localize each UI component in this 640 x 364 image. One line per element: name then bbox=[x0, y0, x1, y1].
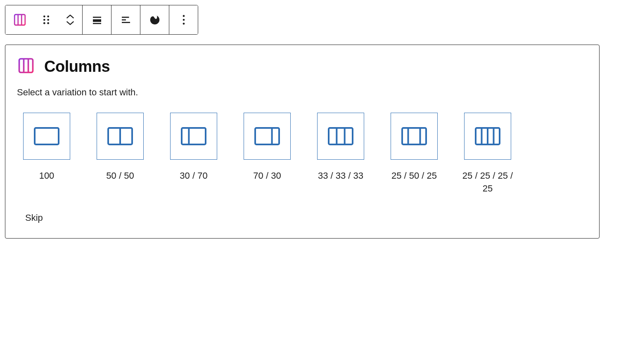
variation-icon bbox=[244, 113, 291, 160]
variation-list: 10050 / 5030 / 7070 / 3033 / 33 / 3325 /… bbox=[17, 113, 588, 195]
svg-rect-29 bbox=[329, 128, 353, 144]
style-icon bbox=[149, 14, 161, 26]
svg-rect-0 bbox=[14, 14, 25, 25]
justify-button[interactable] bbox=[111, 5, 140, 34]
variation-label: 70 / 30 bbox=[253, 170, 281, 182]
variation-icon bbox=[97, 113, 144, 160]
block-toolbar bbox=[5, 5, 198, 35]
svg-point-18 bbox=[183, 23, 185, 25]
variation-label: 100 bbox=[39, 170, 55, 182]
variation-label: 33 / 33 / 33 bbox=[318, 170, 363, 182]
svg-rect-10 bbox=[93, 19, 101, 22]
svg-rect-25 bbox=[182, 128, 206, 144]
columns-placeholder-panel: Columns Select a variation to start with… bbox=[5, 45, 600, 239]
variation-option[interactable]: 25 / 25 / 25 / 25 bbox=[458, 113, 517, 195]
columns-icon bbox=[17, 57, 35, 76]
columns-icon bbox=[13, 13, 27, 27]
svg-rect-22 bbox=[35, 128, 59, 144]
svg-point-3 bbox=[43, 16, 45, 18]
svg-point-16 bbox=[183, 15, 185, 17]
variation-label: 25 / 50 / 25 bbox=[391, 170, 437, 182]
svg-rect-32 bbox=[402, 128, 426, 144]
variation-icon bbox=[391, 113, 438, 160]
align-icon bbox=[91, 14, 103, 26]
svg-point-8 bbox=[47, 22, 49, 24]
variation-option[interactable]: 25 / 50 / 25 bbox=[384, 113, 444, 195]
move-icon bbox=[66, 14, 75, 26]
justify-left-icon bbox=[120, 14, 132, 26]
drag-icon bbox=[42, 14, 50, 26]
move-button[interactable] bbox=[58, 5, 82, 34]
svg-rect-19 bbox=[19, 59, 33, 73]
svg-point-17 bbox=[183, 19, 185, 21]
panel-description: Select a variation to start with. bbox=[17, 87, 588, 98]
svg-point-4 bbox=[47, 16, 49, 18]
panel-title: Columns bbox=[44, 58, 110, 76]
variation-icon bbox=[317, 113, 364, 160]
variation-option[interactable]: 33 / 33 / 33 bbox=[311, 113, 370, 195]
drag-handle-button[interactable] bbox=[34, 5, 58, 34]
svg-point-15 bbox=[154, 17, 157, 19]
variation-option[interactable]: 50 / 50 bbox=[90, 113, 150, 195]
variation-label: 30 / 70 bbox=[180, 170, 207, 182]
svg-rect-27 bbox=[255, 128, 279, 144]
block-type-button[interactable] bbox=[5, 5, 34, 34]
more-options-button[interactable] bbox=[169, 5, 198, 34]
variation-icon bbox=[170, 113, 217, 160]
svg-point-7 bbox=[43, 22, 45, 24]
variation-option[interactable]: 70 / 30 bbox=[237, 113, 297, 195]
variation-label: 25 / 25 / 25 / 25 bbox=[458, 170, 517, 195]
skip-button[interactable]: Skip bbox=[25, 213, 43, 223]
panel-header: Columns bbox=[17, 57, 588, 76]
style-button[interactable] bbox=[140, 5, 169, 34]
variation-option[interactable]: 30 / 70 bbox=[164, 113, 223, 195]
variation-label: 50 / 50 bbox=[106, 170, 134, 182]
more-icon bbox=[182, 14, 185, 26]
variation-icon bbox=[23, 113, 70, 160]
align-button[interactable] bbox=[82, 5, 111, 34]
variation-option[interactable]: 100 bbox=[17, 113, 76, 195]
svg-point-6 bbox=[47, 19, 49, 21]
variation-icon bbox=[464, 113, 511, 160]
svg-point-5 bbox=[43, 19, 45, 21]
